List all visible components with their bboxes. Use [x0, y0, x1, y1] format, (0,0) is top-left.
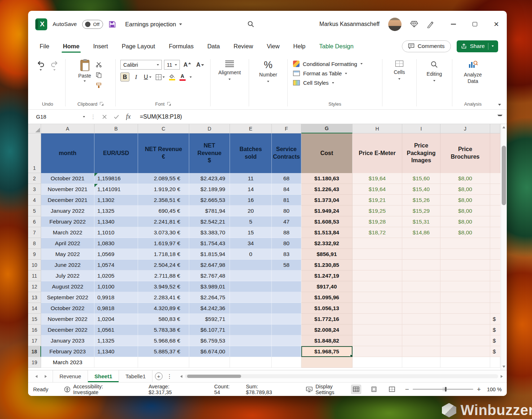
cell-D4[interactable]: $2.665,53 [189, 195, 230, 206]
cell-D14[interactable]: $4.242,36 [189, 303, 230, 314]
cell-A10[interactable]: June 2022 [41, 260, 94, 270]
cell-C14[interactable]: 4.320,89 € [138, 303, 189, 314]
cell-C6[interactable]: 2.241,81 € [138, 216, 189, 227]
cell-E9[interactable]: 0 [230, 249, 272, 260]
cell-F14[interactable] [272, 303, 301, 314]
horizontal-scrollbar[interactable] [178, 370, 505, 382]
cell-G15[interactable]: $1.772,16 [301, 314, 353, 325]
cancel-entry-button[interactable] [100, 112, 109, 122]
cell-I9[interactable] [402, 249, 440, 260]
confirm-entry-button[interactable] [112, 112, 121, 122]
cell-B3[interactable]: 1,141091 [94, 184, 138, 195]
cell-K15[interactable]: $ [490, 314, 500, 325]
cell-J4[interactable]: $8,00 [440, 195, 490, 206]
cell-E15[interactable] [230, 314, 272, 325]
cell-G17[interactable]: $1.848,82 [301, 335, 353, 346]
cell-A2[interactable]: October 2021 [41, 173, 94, 184]
menu-tab-table-design[interactable]: Table Design [319, 39, 354, 54]
cell-F9[interactable]: 83 [272, 249, 301, 260]
header-cell-A1[interactable]: month [41, 133, 94, 173]
cell-J16[interactable] [440, 325, 490, 335]
cell-E7[interactable]: 15 [230, 227, 272, 238]
cell-G11[interactable]: $1.247,19 [301, 270, 353, 281]
cell-A3[interactable]: November 2021 [41, 184, 94, 195]
decrease-font-button[interactable]: A [195, 61, 205, 69]
cell-J14[interactable] [440, 303, 490, 314]
column-header-E[interactable]: E [230, 124, 272, 133]
header-cell-I1[interactable]: Price Packaging Images [402, 133, 440, 173]
cell-F2[interactable]: 68 [272, 173, 301, 184]
cell-A5[interactable]: January 2022 [41, 206, 94, 216]
column-header-D[interactable]: D [189, 124, 230, 133]
cell-I18[interactable] [402, 346, 440, 357]
scroll-right-arrow[interactable] [498, 370, 505, 382]
cell-H6[interactable]: $19,28 [353, 216, 402, 227]
cell-G16[interactable]: $2.008,24 [301, 325, 353, 335]
cell-G13[interactable]: $1.095,96 [301, 292, 353, 303]
cell-D10[interactable]: $2.647,98 [189, 260, 230, 270]
cell-B9[interactable]: 1,0569 [94, 249, 138, 260]
menu-tab-page-layout[interactable]: Page Layout [121, 39, 156, 54]
row-header-7[interactable]: 7 [28, 227, 41, 238]
cell-D9[interactable]: $1.815,94 [189, 249, 230, 260]
menu-tab-review[interactable]: Review [233, 39, 254, 54]
insert-function-button[interactable]: fx [124, 112, 133, 122]
zoom-out-button[interactable]: − [405, 386, 409, 393]
header-cell-B1[interactable]: EUR/USD [94, 133, 138, 173]
cell-D12[interactable]: $3.989,01 [189, 281, 230, 292]
cell-H17[interactable] [353, 335, 402, 346]
cell-I4[interactable]: $15,26 [402, 195, 440, 206]
cell-C15[interactable]: 580,83 € [138, 314, 189, 325]
row-header-12[interactable]: 12 [28, 281, 41, 292]
cell-H19[interactable] [353, 357, 402, 368]
cell-H18[interactable] [353, 346, 402, 357]
cell-H9[interactable] [353, 249, 402, 260]
row-header-11[interactable]: 11 [28, 270, 41, 281]
cell-J13[interactable] [440, 292, 490, 303]
cell-C11[interactable]: 2.711,88 € [138, 270, 189, 281]
cell-H7[interactable]: $18,72 [353, 227, 402, 238]
row-header-3[interactable]: 3 [28, 184, 41, 195]
cell-J7[interactable]: $8,00 [440, 227, 490, 238]
scroll-down-arrow[interactable] [501, 363, 507, 370]
cell-A19[interactable]: March 2023 [41, 357, 94, 368]
cell-E11[interactable] [230, 270, 272, 281]
pen-icon[interactable] [427, 21, 434, 28]
cell-C17[interactable]: 5.968,68 € [138, 335, 189, 346]
cell-F4[interactable]: 81 [272, 195, 301, 206]
collapse-ribbon-chevron[interactable] [498, 104, 501, 106]
row-header-2[interactable]: 2 [28, 173, 41, 184]
cell-J11[interactable] [440, 270, 490, 281]
cell-A11[interactable]: July 2022 [41, 270, 94, 281]
sheet-nav-left-arrow[interactable] [32, 370, 41, 382]
cell-B7[interactable]: 1,1010 [94, 227, 138, 238]
cell-D13[interactable]: $2.264,75 [189, 292, 230, 303]
row-header-14[interactable]: 14 [28, 303, 41, 314]
row-header-19[interactable]: 19 [28, 357, 41, 368]
number-button[interactable]: % Number [251, 56, 285, 109]
cell-K16[interactable]: $ [490, 325, 500, 335]
row-header-16[interactable]: 16 [28, 325, 41, 335]
cell-D16[interactable]: $6.107,71 [189, 325, 230, 335]
cell-K12[interactable] [490, 281, 500, 292]
font-color-button[interactable]: A [178, 73, 187, 81]
cell-F8[interactable]: 80 [272, 238, 301, 249]
gem-icon[interactable] [410, 21, 418, 28]
header-cell-C1[interactable]: NET Revenue € [138, 133, 189, 173]
cell-D18[interactable]: $6.674,00 [189, 346, 230, 357]
cell-I7[interactable]: $14,86 [402, 227, 440, 238]
cell-G6[interactable]: $1.608,53 [301, 216, 353, 227]
cell-K13[interactable] [490, 292, 500, 303]
row-header-5[interactable]: 5 [28, 206, 41, 216]
cell-J2[interactable]: $8,00 [440, 173, 490, 184]
alignment-button[interactable]: Alignment [212, 56, 247, 109]
cell-I16[interactable] [402, 325, 440, 335]
cell-B12[interactable]: 1,0100 [94, 281, 138, 292]
cell-C12[interactable]: 3.949,52 € [138, 281, 189, 292]
formula-input[interactable]: =SUM(K18:P18) [140, 114, 182, 120]
cell-J5[interactable]: $8,00 [440, 206, 490, 216]
row-header-15[interactable]: 15 [28, 314, 41, 325]
cell-I8[interactable] [402, 238, 440, 249]
cell-I2[interactable]: $15,60 [402, 173, 440, 184]
cell-G8[interactable]: $2.332,92 [301, 238, 353, 249]
